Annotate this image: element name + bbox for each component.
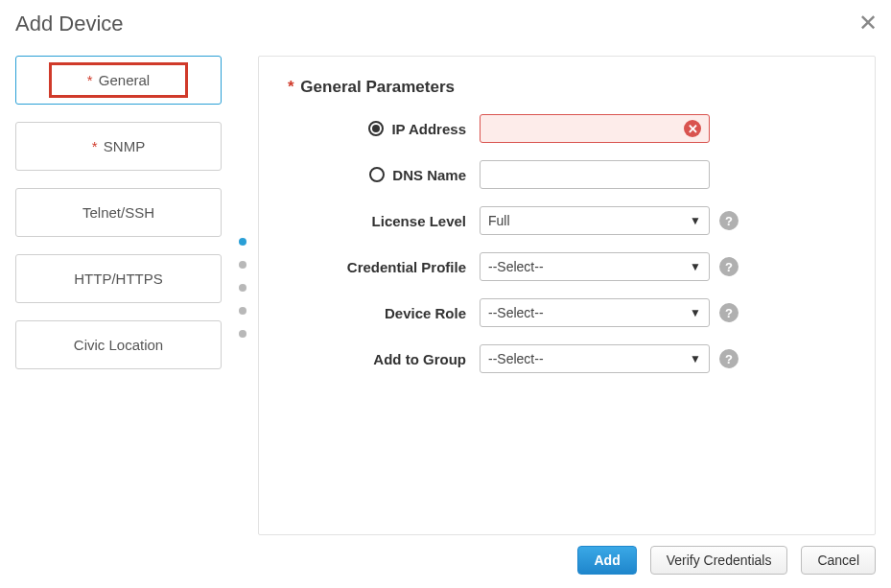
label-text: License Level (372, 213, 466, 229)
scroll-indicator (231, 56, 254, 338)
chevron-down-icon: ▼ (690, 214, 701, 227)
chevron-down-icon: ▼ (690, 306, 701, 319)
required-star: * (92, 138, 98, 154)
section-title-text: General Parameters (300, 78, 455, 96)
label-dns-name: DNS Name (288, 167, 480, 183)
input-dns-name[interactable] (480, 160, 710, 189)
label-text: Device Role (385, 305, 466, 321)
tab-http-https[interactable]: HTTP/HTTPS (15, 254, 222, 303)
sidebar: * General * SNMP Telnet/SSH HTTP/HTTPS C… (15, 56, 231, 387)
tab-label: Civic Location (74, 337, 163, 353)
label-text: IP Address (391, 121, 466, 137)
required-star: * (288, 78, 294, 96)
label-text: Add to Group (373, 351, 466, 367)
label-ip-address: IP Address (288, 121, 480, 137)
row-device-role: Device Role --Select-- ▼ ? (288, 298, 846, 327)
label-device-role: Device Role (288, 305, 480, 321)
radio-ip-address[interactable] (368, 121, 384, 136)
label-credential-profile: Credential Profile (288, 259, 480, 275)
help-icon[interactable]: ? (719, 349, 739, 368)
required-star: * (87, 72, 93, 88)
tab-telnet-ssh[interactable]: Telnet/SSH (15, 188, 222, 237)
row-credential-profile: Credential Profile --Select-- ▼ ? (288, 252, 846, 281)
select-device-role[interactable]: --Select-- ▼ (480, 298, 710, 327)
label-text: DNS Name (392, 167, 466, 183)
help-icon[interactable]: ? (719, 257, 739, 276)
scroll-dot[interactable] (239, 238, 246, 246)
select-credential-profile[interactable]: --Select-- ▼ (480, 252, 710, 281)
main-panel: * General Parameters IP Address ✕ DNS Na… (258, 56, 876, 535)
close-icon[interactable]: ✕ (858, 10, 878, 36)
input-ip-address[interactable]: ✕ (480, 114, 710, 143)
dialog-title: Add Device (15, 12, 876, 36)
label-license-level: License Level (288, 213, 480, 229)
row-dns-name: DNS Name (288, 160, 846, 189)
tab-label: HTTP/HTTPS (74, 270, 163, 287)
select-add-to-group[interactable]: --Select-- ▼ (480, 344, 710, 373)
scroll-dot[interactable] (239, 284, 246, 292)
chevron-down-icon: ▼ (690, 260, 701, 273)
error-icon: ✕ (684, 120, 701, 137)
cancel-button[interactable]: Cancel (801, 546, 876, 575)
select-license-level[interactable]: Full ▼ (480, 206, 710, 235)
tab-label: General (99, 72, 150, 88)
radio-dns-name[interactable] (369, 167, 385, 182)
select-value: --Select-- (488, 351, 544, 366)
row-license-level: License Level Full ▼ ? (288, 206, 846, 235)
dialog-footer: Add Verify Credentials Cancel (577, 546, 876, 575)
scroll-dot[interactable] (239, 307, 246, 315)
help-icon[interactable]: ? (719, 211, 739, 230)
section-title: * General Parameters (288, 78, 846, 97)
tab-snmp[interactable]: * SNMP (15, 122, 222, 171)
tab-label: Telnet/SSH (82, 204, 154, 221)
label-add-to-group: Add to Group (288, 351, 480, 367)
tab-civic-location[interactable]: Civic Location (15, 320, 222, 369)
select-value: --Select-- (488, 259, 544, 274)
tab-general[interactable]: * General (15, 56, 222, 105)
row-add-to-group: Add to Group --Select-- ▼ ? (288, 344, 846, 373)
help-icon[interactable]: ? (719, 303, 739, 322)
select-value: --Select-- (488, 305, 544, 320)
dialog-body: * General * SNMP Telnet/SSH HTTP/HTTPS C… (15, 56, 876, 535)
verify-credentials-button[interactable]: Verify Credentials (650, 546, 788, 575)
row-ip-address: IP Address ✕ (288, 114, 846, 143)
chevron-down-icon: ▼ (690, 352, 701, 365)
scroll-dot[interactable] (239, 261, 246, 269)
select-value: Full (488, 213, 510, 228)
tab-label: SNMP (104, 138, 145, 154)
label-text: Credential Profile (347, 259, 466, 275)
add-button[interactable]: Add (577, 546, 636, 575)
scroll-dot[interactable] (239, 330, 246, 338)
